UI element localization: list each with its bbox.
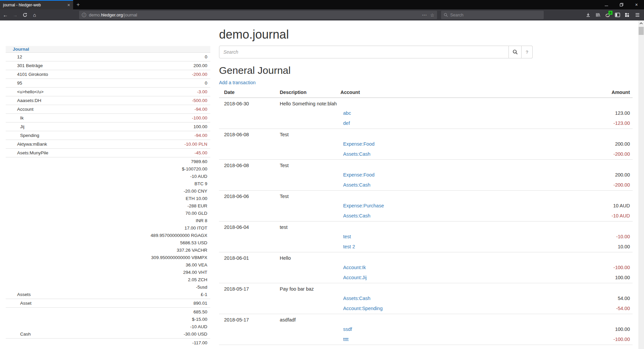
window-restore-button[interactable] — [614, 0, 629, 9]
col-header-date: Date — [219, 88, 275, 98]
grid-plus-icon — [625, 12, 630, 17]
posting-account-link[interactable]: Assets:Cash — [340, 182, 370, 188]
account-balance: -20.00 CNY — [91, 188, 207, 195]
sidebar-account-link[interactable]: Asets:MunyPile — [17, 150, 48, 155]
sidebar-account-link[interactable]: 4101 Girokonto — [17, 72, 48, 77]
posting-account-link[interactable]: Assets:Cash — [340, 151, 370, 157]
posting-account-link[interactable]: test — [340, 234, 351, 239]
posting-row: Expense:Purchase10 AUD — [219, 201, 633, 211]
back-button[interactable]: ← — [1, 10, 10, 20]
posting-account-link[interactable]: abc — [340, 110, 351, 116]
page-scrollbar[interactable] — [638, 20, 644, 349]
sidebar-account-link[interactable]: Aaasets:DH — [17, 98, 41, 103]
sidebar-account-link[interactable]: Cash — [20, 332, 31, 337]
posting-row: test-10.00 — [219, 232, 633, 242]
reload-button[interactable] — [20, 10, 30, 20]
posting-amount: -10.00 — [566, 232, 633, 242]
account-balance: 685.50 — [91, 308, 207, 316]
search-help-button[interactable]: ? — [522, 46, 533, 58]
account-balance: -94.00 — [91, 132, 207, 139]
journal-search-button[interactable] — [509, 46, 522, 58]
browser-search-input[interactable] — [450, 13, 541, 17]
transaction-title-row[interactable]: 2018-05-17Pay foo bar baz — [219, 283, 633, 294]
transaction-title-row[interactable]: 2018-06-06Test — [219, 191, 633, 201]
library-icon — [595, 12, 600, 17]
transaction-title-row[interactable]: 2018-06-01Hello — [219, 252, 633, 263]
journal-search-input[interactable] — [219, 46, 509, 58]
account-balance: 0 — [91, 53, 207, 61]
posting-account-link[interactable]: Assets:Cash — [340, 296, 370, 301]
sidebar-account-link[interactable]: <u>hello</u> — [17, 89, 44, 94]
account-balance: -10.00 PLN — [91, 141, 207, 148]
library-button[interactable] — [593, 10, 603, 20]
account-balance: 2.05 ZCH — [91, 276, 207, 284]
tab-close-icon[interactable]: × — [67, 3, 70, 7]
transaction-title-row[interactable]: 2018-06-04test — [219, 221, 633, 232]
posting-account-link[interactable]: Expense:Food — [340, 141, 375, 147]
sidebar-account-link[interactable]: Assets — [17, 292, 31, 297]
posting-account-link[interactable]: tttt — [340, 337, 348, 342]
sidebar-account-link[interactable]: 95 — [17, 81, 22, 86]
account-balance: $-15.00 — [91, 316, 207, 323]
transaction: 2018-06-30Hello Something note:blahabc12… — [219, 98, 633, 129]
sidebar-account-link[interactable]: Asset — [20, 301, 32, 306]
posting-row: tttt-100.00 — [219, 335, 633, 345]
sidebar-account-link[interactable]: Ik — [20, 115, 24, 120]
highlights-grid-button[interactable] — [622, 10, 632, 20]
sidebar-account-link[interactable]: Jij — [20, 124, 24, 129]
sidebar-account-link[interactable]: 12 — [17, 54, 22, 59]
url-bar[interactable]: i demo.hledger.org/journal ••• ☆ — [79, 11, 437, 19]
posting-account-link[interactable]: Assets:Cash — [340, 213, 370, 218]
menu-button[interactable] — [633, 10, 642, 20]
sidebar-toggle-button[interactable] — [612, 10, 622, 20]
reload-icon — [22, 12, 28, 17]
posting-account-link[interactable]: def — [340, 120, 350, 126]
transaction-title-row[interactable]: 2018-05-17Test — [219, 345, 633, 349]
posting-account-link[interactable]: test 2 — [340, 244, 355, 249]
account-balance: -100.00 — [91, 114, 207, 122]
navigation-toolbar: ← → ⌂ i demo.hledger.org/journal ••• ☆ 0 — [0, 9, 644, 20]
new-tab-button[interactable]: + — [73, 0, 83, 9]
scrollbar-up-arrow[interactable] — [638, 20, 644, 26]
sidebar-journal-link[interactable]: Journal — [13, 47, 29, 52]
window-minimize-button[interactable] — [599, 0, 614, 9]
transaction: 2018-05-17Pay foo bar bazAssets:Cash54.0… — [219, 283, 633, 314]
transaction-title-row[interactable]: 2018-05-17asdfadf — [219, 314, 633, 325]
sidebar-account-row: Jij100.00 — [6, 122, 210, 131]
window-close-button[interactable]: × — [629, 0, 644, 9]
bookmark-star-icon[interactable]: ☆ — [430, 12, 434, 18]
home-button[interactable]: ⌂ — [30, 10, 39, 20]
forward-button[interactable]: → — [10, 10, 20, 20]
chevron-up-icon — [639, 22, 643, 24]
transaction-date: 2018-05-17 — [219, 314, 275, 325]
transaction-title-row[interactable]: 2018-06-30Hello Something note:blah — [219, 98, 633, 108]
account-balance: -288 EUR — [91, 202, 207, 210]
posting-account-link[interactable]: Account:Spending — [340, 306, 383, 311]
sidebar-account-link[interactable]: Account — [17, 107, 34, 112]
posting-account-link[interactable]: Account:Ik — [340, 265, 366, 270]
add-transaction-link[interactable]: Add a transaction — [219, 80, 256, 85]
browser-search-bar[interactable] — [441, 11, 544, 19]
sidebar-account-row: Spending-94.00 — [6, 131, 210, 140]
page-actions-icon[interactable]: ••• — [422, 13, 427, 16]
sidebar-account-row: Asets:MunyPile-45.00 — [6, 149, 210, 157]
transaction-title-row[interactable]: 2018-06-08Test — [219, 160, 633, 170]
posting-account-link[interactable]: Account:Jij — [340, 275, 367, 280]
download-button[interactable] — [583, 10, 593, 20]
posting-account-link[interactable]: Expense:Food — [340, 172, 375, 178]
posting-account-link[interactable]: Expense:Purchase — [340, 203, 384, 208]
site-info-icon[interactable]: i — [82, 13, 86, 17]
transaction-description: Test — [275, 160, 566, 170]
transaction-title-row[interactable]: 2018-06-08Test — [219, 129, 633, 140]
account-balance: 890.01 — [91, 300, 207, 307]
sidebar-account-link[interactable]: Aktywa:mBank — [17, 142, 47, 147]
browser-tab[interactable]: journal - hledger-web × — [0, 0, 73, 9]
browser-chrome: journal - hledger-web × + × ← → ⌂ i demo… — [0, 0, 644, 20]
transaction: 2018-06-01HelloAccount:Ik-100.00Account:… — [219, 252, 633, 283]
sidebar-account-link[interactable]: 301 Beiträge — [17, 63, 43, 68]
extension-icon[interactable]: 0 — [603, 10, 612, 20]
sidebar-account-link[interactable]: Spending — [20, 133, 39, 138]
posting-account-link[interactable]: ssdf — [340, 327, 352, 332]
journal-table: Date Description Account Amount 2018-06-… — [219, 88, 633, 349]
scrollbar-thumb[interactable] — [639, 27, 644, 35]
